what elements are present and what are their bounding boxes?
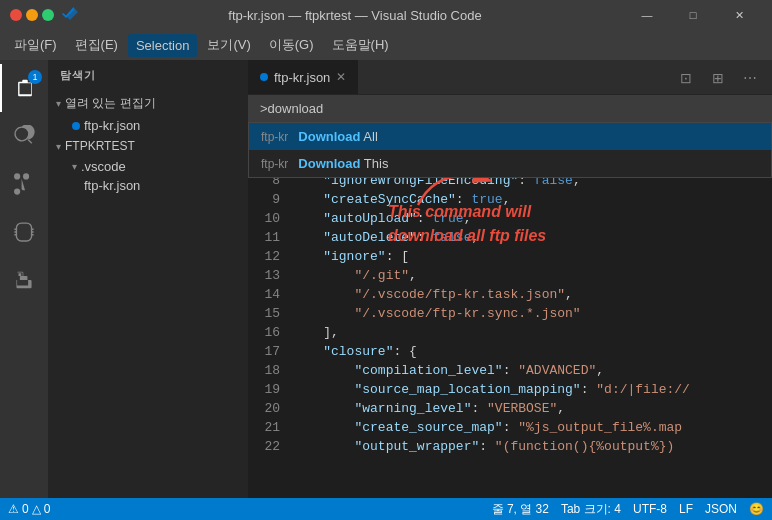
split-editor-icon[interactable]: ⊡ [672, 64, 700, 92]
code-line-9: "createSyncCache": true, [292, 190, 772, 209]
statusbar-left: ⚠ 0 △ 0 [8, 502, 50, 516]
command-input-text[interactable]: >download [260, 101, 323, 116]
error-count[interactable]: ⚠ 0 △ 0 [8, 502, 50, 516]
encoding-text: UTF-8 [633, 502, 667, 516]
cmd-highlight-2: Download [298, 156, 360, 171]
open-file-ftp-kr[interactable]: ftp-kr.json [48, 116, 248, 135]
code-line-20: "warning_level": "VERBOSE", [292, 399, 772, 418]
command-input-bar: >download [248, 95, 772, 122]
tab-label: ftp-kr.json [274, 70, 330, 85]
line-num: 9 [248, 190, 288, 209]
command-results: ftp-kr Download All ftp-kr Download This [248, 122, 772, 178]
window-controls-mac [10, 9, 54, 21]
menu-edit[interactable]: 편집(E) [67, 32, 126, 58]
activity-git[interactable] [0, 160, 48, 208]
editor-area: ftp-kr.json ✕ ⊡ ⊞ ⋯ >download ftp-kr Dow… [248, 60, 772, 498]
code-line-14: "/.vscode/ftp-kr.task.json", [292, 285, 772, 304]
statusbar: ⚠ 0 △ 0 줄 7, 열 32 Tab 크기: 4 UTF-8 LF JSO… [0, 498, 772, 520]
close-dot[interactable] [10, 9, 22, 21]
minimize-button[interactable]: — [624, 0, 670, 30]
statusbar-right: 줄 7, 열 32 Tab 크기: 4 UTF-8 LF JSON 😊 [492, 501, 764, 518]
open-editors-label: 열려 있는 편집기 [65, 95, 156, 112]
command-palette: >download ftp-kr Download All ftp-kr Dow… [248, 95, 772, 178]
feedback-icon[interactable]: 😊 [749, 502, 764, 516]
window-buttons: — □ ✕ [624, 0, 762, 30]
code-line-15: "/.vscode/ftp-kr.sync.*.json" [292, 304, 772, 323]
sidebar: 탐색기 ▾ 열려 있는 편집기 ftp-kr.json ▾ FTPKRTEST … [48, 60, 248, 498]
command-item-download-all[interactable]: ftp-kr Download All [249, 123, 771, 150]
chevron-icon: ▾ [56, 98, 61, 109]
maximize-dot[interactable] [42, 9, 54, 21]
tab-size-text: Tab 크기: 4 [561, 501, 621, 518]
code-line-10: "autoUpload": true, [292, 209, 772, 228]
code-line-19: "source_map_location_mapping": "d:/|file… [292, 380, 772, 399]
line-endings[interactable]: LF [679, 502, 693, 516]
encoding[interactable]: UTF-8 [633, 502, 667, 516]
minimize-dot[interactable] [26, 9, 38, 21]
line-num: 13 [248, 266, 288, 285]
editor-toolbar: ⊡ ⊞ ⋯ [672, 60, 772, 95]
language-mode[interactable]: JSON [705, 502, 737, 516]
vscode-label: .vscode [81, 159, 126, 174]
cmd-highlight-1: Download [298, 129, 360, 144]
open-file-label: ftp-kr.json [84, 118, 140, 133]
tab-ftp-kr-json[interactable]: ftp-kr.json ✕ [248, 60, 358, 94]
vscode-folder[interactable]: ▾ .vscode [48, 157, 248, 176]
cursor-position-text: 줄 7, 열 32 [492, 501, 549, 518]
menu-view[interactable]: 보기(V) [199, 32, 258, 58]
line-num: 14 [248, 285, 288, 304]
menu-selection[interactable]: Selection [128, 34, 197, 57]
line-num: 15 [248, 304, 288, 323]
line-num: 12 [248, 247, 288, 266]
cmd-main-2: Download This [298, 156, 388, 171]
menu-help[interactable]: 도움말(H) [324, 32, 397, 58]
cmd-post-1: All [363, 129, 377, 144]
activity-debug[interactable] [0, 208, 48, 256]
section-open-editors[interactable]: ▾ 열려 있는 편집기 [48, 91, 248, 116]
explorer-badge: 1 [28, 70, 42, 84]
maximize-button[interactable]: □ [670, 0, 716, 30]
toggle-sidebar-icon[interactable]: ⊞ [704, 64, 732, 92]
line-num: 19 [248, 380, 288, 399]
more-actions-icon[interactable]: ⋯ [736, 64, 764, 92]
menubar: 파일(F) 편집(E) Selection 보기(V) 이동(G) 도움말(H) [0, 30, 772, 60]
line-num: 21 [248, 418, 288, 437]
vscode-icon [62, 7, 78, 23]
cursor-position[interactable]: 줄 7, 열 32 [492, 501, 549, 518]
menu-go[interactable]: 이동(G) [261, 32, 322, 58]
ftp-kr-json-tree[interactable]: ftp-kr.json [48, 176, 248, 195]
code-line-12: "ignore": [ [292, 247, 772, 266]
code-line-21: "create_source_map": "%js_output_file%.m… [292, 418, 772, 437]
tab-modified-dot [260, 73, 268, 81]
activity-explorer[interactable]: 1 [0, 64, 48, 112]
command-item-download-this[interactable]: ftp-kr Download This [249, 150, 771, 177]
code-line-11: "autoDelete": false, [292, 228, 772, 247]
section-ftpkrtest[interactable]: ▾ FTPKRTEST [48, 135, 248, 157]
code-line-22: "output_wrapper": "(function(){%output%}… [292, 437, 772, 456]
line-num: 11 [248, 228, 288, 247]
activity-bar: 1 [0, 60, 48, 498]
line-endings-text: LF [679, 502, 693, 516]
line-num: 17 [248, 342, 288, 361]
line-num: 16 [248, 323, 288, 342]
smiley-icon: 😊 [749, 502, 764, 516]
language-mode-text: JSON [705, 502, 737, 516]
code-line-16: ], [292, 323, 772, 342]
code-line-17: "closure": { [292, 342, 772, 361]
window-title: ftp-kr.json — ftpkrtest — Visual Studio … [86, 8, 624, 23]
code-line-13: "/.git", [292, 266, 772, 285]
titlebar: ftp-kr.json — ftpkrtest — Visual Studio … [0, 0, 772, 30]
line-num: 10 [248, 209, 288, 228]
cmd-post-2: This [364, 156, 389, 171]
tab-size[interactable]: Tab 크기: 4 [561, 501, 621, 518]
activity-extensions[interactable] [0, 256, 48, 304]
cmd-main-1: Download All [298, 129, 377, 144]
line-num: 18 [248, 361, 288, 380]
warning-icon: △ [32, 502, 41, 516]
code-line-18: "compilation_level": "ADVANCED", [292, 361, 772, 380]
menu-file[interactable]: 파일(F) [6, 32, 65, 58]
close-button[interactable]: ✕ [716, 0, 762, 30]
sidebar-title: 탐색기 [48, 60, 248, 91]
tab-close-icon[interactable]: ✕ [336, 70, 346, 84]
activity-search[interactable] [0, 112, 48, 160]
